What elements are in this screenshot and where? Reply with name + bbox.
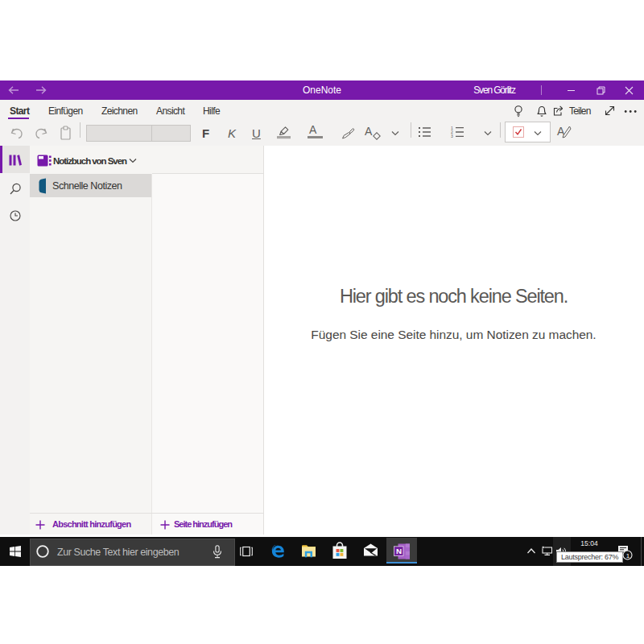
svg-text:N: N [396,547,402,555]
svg-text:1: 1 [626,552,630,559]
svg-text:3: 3 [451,134,453,138]
